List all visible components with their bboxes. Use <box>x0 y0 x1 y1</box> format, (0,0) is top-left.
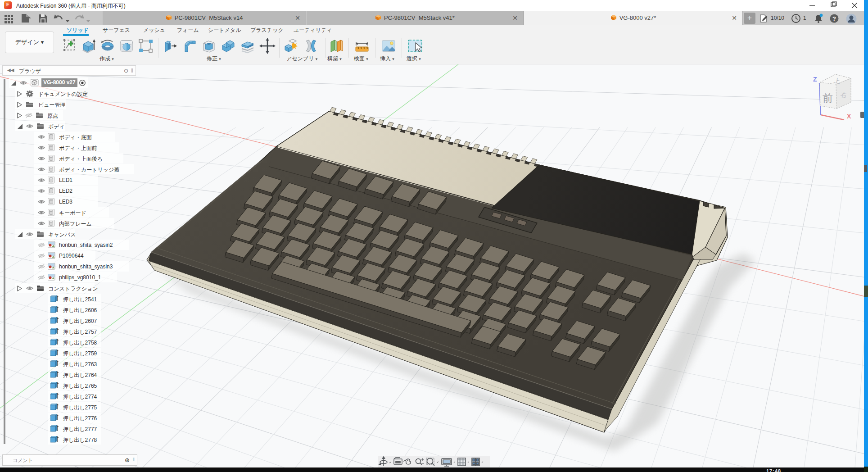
svg-text:上: 上 <box>833 77 841 85</box>
svg-text:?: ? <box>832 15 836 22</box>
svg-text:Z: Z <box>813 76 817 83</box>
svg-text:前: 前 <box>823 92 833 104</box>
svg-text:X: X <box>847 113 851 120</box>
svg-text:右: 右 <box>840 91 848 99</box>
